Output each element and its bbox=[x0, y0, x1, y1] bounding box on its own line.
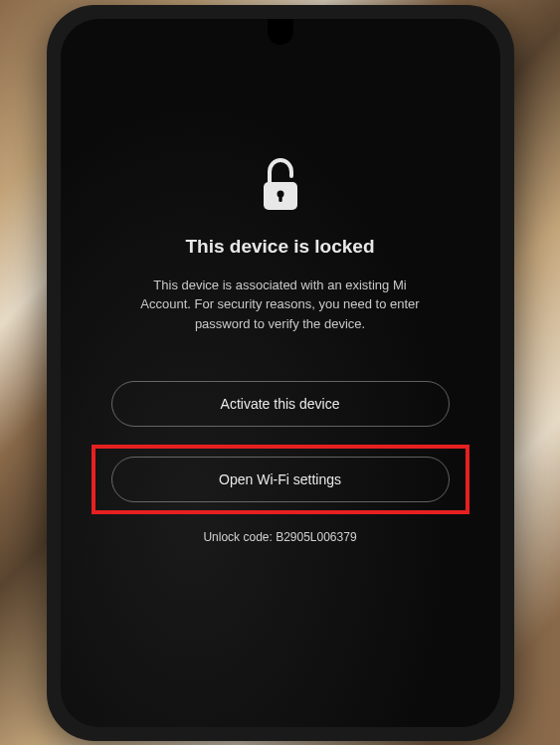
highlight-annotation: Open Wi-Fi settings bbox=[92, 445, 469, 514]
activate-device-button[interactable]: Activate this device bbox=[111, 381, 450, 427]
lock-description: This device is associated with an existi… bbox=[111, 276, 450, 334]
open-wifi-settings-button[interactable]: Open Wi-Fi settings bbox=[111, 457, 450, 502]
lock-icon bbox=[259, 158, 302, 212]
phone-frame: This device is locked This device is ass… bbox=[47, 5, 514, 741]
unlock-code-text: Unlock code: B2905L006379 bbox=[203, 530, 356, 544]
activate-button-label: Activate this device bbox=[221, 396, 340, 412]
phone-notch bbox=[268, 19, 293, 45]
wifi-button-label: Open Wi-Fi settings bbox=[219, 471, 341, 487]
phone-screen: This device is locked This device is ass… bbox=[61, 19, 500, 727]
svg-rect-2 bbox=[279, 194, 281, 202]
lock-title: This device is locked bbox=[185, 236, 374, 258]
